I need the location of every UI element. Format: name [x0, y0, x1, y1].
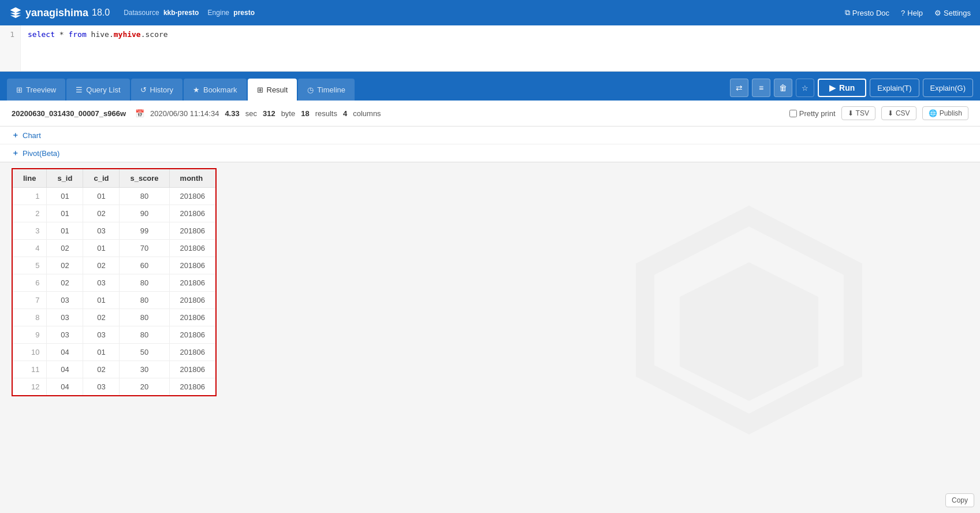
line-number: 1	[6, 30, 14, 39]
table-row: 4020170201806	[12, 240, 216, 257]
table-cell: 03	[83, 326, 120, 344]
explain-t-button[interactable]: Explain(T)	[870, 79, 919, 97]
result-info-bar: 20200630_031430_00007_s966w 📅 2020/06/30…	[0, 101, 980, 127]
table-cell: 2	[12, 205, 47, 222]
table-cell: 201806	[169, 344, 216, 361]
table-cell: 201806	[169, 240, 216, 257]
editor-area: 1 select * from hive.myhive.score	[0, 25, 980, 72]
star-icon-button[interactable]: ☆	[796, 79, 814, 97]
table-cell: 9	[12, 326, 47, 344]
table-cell: 50	[120, 344, 169, 361]
chart-toggle-button[interactable]: ＋ Chart	[12, 130, 41, 140]
table-cell: 1	[12, 188, 47, 205]
result-sec-unit: sec	[245, 109, 257, 118]
tab-history[interactable]: ↺ History	[131, 79, 182, 101]
sql-table-hive: hive.	[91, 30, 114, 39]
external-link-icon: ⧉	[845, 8, 850, 17]
table-body: 1010180201806201029020180630103992018064…	[12, 188, 216, 396]
list-icon: ☰	[76, 86, 83, 94]
col-header-line: line	[12, 169, 47, 188]
table-cell: 7	[12, 292, 47, 309]
tab-result[interactable]: ⊞ Result	[248, 79, 297, 101]
table-cell: 80	[120, 309, 169, 326]
table-row: 12040320201806	[12, 378, 216, 396]
table-cell: 4	[12, 240, 47, 257]
gear-icon: ⚙	[934, 9, 941, 17]
publish-button[interactable]: 🌐 Publish	[922, 106, 968, 120]
tsv-download-button[interactable]: ⬇ TSV	[841, 106, 875, 120]
table-cell: 02	[83, 309, 120, 326]
pivot-section: ＋ Pivot(Beta)	[0, 144, 980, 162]
tab-timeline[interactable]: ◷ Timeline	[298, 79, 355, 101]
datasource-info: Datasource kkb-presto Engine presto	[124, 9, 255, 17]
tab-treeview[interactable]: ⊞ Treeview	[7, 79, 65, 101]
tab-bookmark[interactable]: ★ Bookmark	[184, 79, 247, 101]
table-cell: 30	[120, 361, 169, 378]
table-cell: 03	[47, 326, 83, 344]
result-sec: 4.33	[225, 109, 239, 118]
sql-star: *	[59, 30, 69, 39]
query-id: 20200630_031430_00007_s966w	[12, 109, 126, 118]
table-cell: 6	[12, 274, 47, 292]
settings-link[interactable]: ⚙ Settings	[934, 9, 971, 17]
table-cell: 03	[47, 292, 83, 309]
table-cell: 02	[83, 361, 120, 378]
logo-icon	[9, 6, 22, 19]
sql-select-keyword: select	[28, 30, 55, 39]
table-cell: 80	[120, 326, 169, 344]
table-cell: 201806	[169, 257, 216, 274]
tab-query-list[interactable]: ☰ Query List	[66, 79, 129, 101]
table-cell: 02	[83, 205, 120, 222]
table-cell: 02	[47, 274, 83, 292]
app-logo: yanagishima 18.0	[9, 6, 110, 19]
table-cell: 8	[12, 309, 47, 326]
table-cell: 02	[47, 257, 83, 274]
editor-content[interactable]: select * from hive.myhive.score	[21, 25, 980, 71]
copy-button[interactable]: Copy	[945, 493, 974, 507]
top-nav-right: ⧉ Presto Doc ? Help ⚙ Settings	[845, 8, 971, 17]
help-link[interactable]: ? Help	[901, 9, 923, 17]
pretty-print-label[interactable]: Pretty print	[789, 109, 836, 118]
tab-bar: ⊞ Treeview ☰ Query List ↺ History ★ Book…	[0, 72, 980, 101]
sql-from-keyword: from	[68, 30, 86, 39]
table-cell: 02	[83, 257, 120, 274]
pivot-toggle-button[interactable]: ＋ Pivot(Beta)	[12, 148, 59, 158]
table-cell: 01	[83, 188, 120, 205]
app-version: 18.0	[92, 8, 110, 18]
table-cell: 03	[83, 274, 120, 292]
table-row: 3010399201806	[12, 222, 216, 240]
history-icon: ↺	[140, 86, 147, 94]
download-icon: ⬇	[848, 109, 854, 117]
result-unit: results	[315, 109, 337, 118]
table-cell: 02	[47, 240, 83, 257]
app-name: yanagishima	[25, 7, 88, 19]
run-button[interactable]: ▶ Run	[818, 79, 866, 97]
format-icon-button[interactable]: ≡	[752, 79, 770, 97]
delete-icon-button[interactable]: 🗑	[774, 79, 792, 97]
plus-icon: ＋	[12, 130, 19, 140]
pretty-print-checkbox[interactable]	[789, 110, 797, 117]
table-cell: 80	[120, 188, 169, 205]
chart-section: ＋ Chart	[0, 127, 980, 144]
explain-g-button[interactable]: Explain(G)	[923, 79, 973, 97]
sql-table-suffix: .score	[141, 30, 168, 39]
col-header-c_id: c_id	[83, 169, 120, 188]
table-cell: 04	[47, 344, 83, 361]
timeline-icon: ◷	[307, 86, 314, 94]
table-cell: 80	[120, 292, 169, 309]
table-cell: 90	[120, 205, 169, 222]
table-row: 2010290201806	[12, 205, 216, 222]
swap-icon-button[interactable]: ⇄	[730, 79, 748, 97]
play-icon: ▶	[829, 83, 836, 92]
csv-download-button[interactable]: ⬇ CSV	[881, 106, 916, 120]
table-cell: 20	[120, 378, 169, 396]
result-col-unit: columns	[353, 109, 381, 118]
presto-doc-link[interactable]: ⧉ Presto Doc	[845, 8, 889, 17]
col-header-s_score: s_score	[120, 169, 169, 188]
treeview-icon: ⊞	[16, 86, 23, 94]
table-cell: 04	[47, 378, 83, 396]
table-container[interactable]: line s_id c_id s_score month 10101802018…	[0, 162, 980, 505]
table-cell: 01	[83, 292, 120, 309]
result-meta: 📅 2020/06/30 11:14:34 4.33 sec 312 byte …	[135, 109, 381, 118]
table-row: 7030180201806	[12, 292, 216, 309]
